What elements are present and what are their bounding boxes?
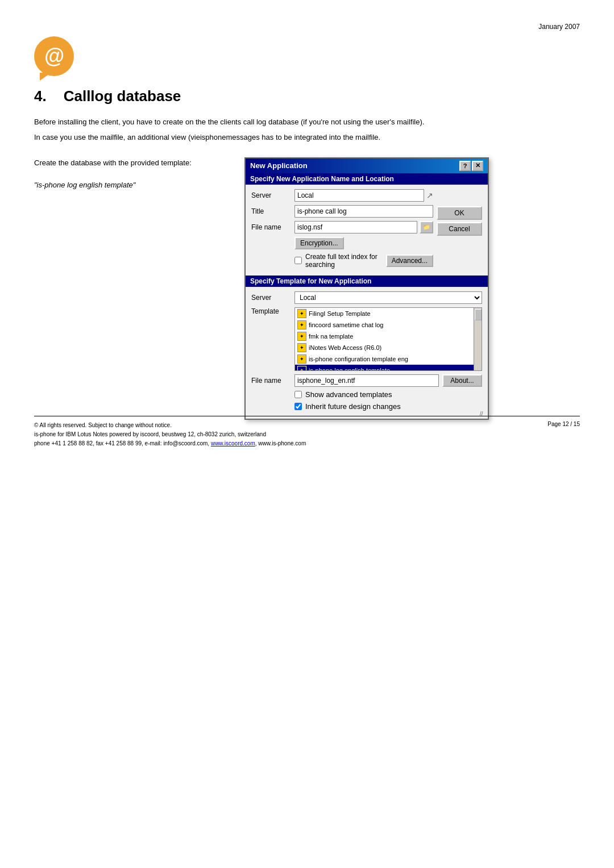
show-advanced-row: Show advanced templates [251,390,482,399]
footer-line2: is-phone for IBM Lotus Notes powered by … [34,430,306,439]
filename2-row: File name About... [251,374,482,387]
server2-label: Server [251,294,291,302]
footer-link[interactable]: www.iscoord.com [211,440,255,446]
fulltext-checkbox[interactable] [294,257,302,264]
logo-at-symbol: @ [44,44,64,68]
inherit-checkbox[interactable] [294,403,302,410]
title-input[interactable] [294,205,433,218]
footer-page: Page 12 / 15 [547,421,580,427]
dialog-title: New Application [250,161,308,170]
item-icon: ✦ [297,320,306,329]
encryption-row: Encryption... [251,237,433,249]
advanced-button[interactable]: Advanced... [386,254,433,267]
show-advanced-label: Show advanced templates [305,390,392,399]
list-item[interactable]: ✦ fincoord sametime chat log [295,319,474,331]
page-title: Calllog database [64,87,181,105]
inherit-row: Inherit future design changes [251,402,482,411]
server2-select[interactable]: Local [294,291,482,304]
show-advanced-checkbox[interactable] [294,391,302,398]
section-number: 4. [34,87,47,105]
help-button[interactable]: ? [459,161,471,171]
item-label: iNotes Web Access (R6.0) [309,344,381,351]
list-item-selected[interactable]: ✦ is-phone log english template [295,365,474,370]
browse-button[interactable]: 📁 [420,221,433,233]
section2-header: Specify Template for New Application [246,276,488,287]
intro-text-2: In case you use the mailfile, an additio… [34,132,580,144]
title-row: Title [251,205,433,218]
about-button[interactable]: About... [442,374,482,387]
inherit-label: Inherit future design changes [305,402,401,411]
server-input[interactable]: Local [294,189,424,202]
title-label: Title [251,207,291,215]
list-item[interactable]: ✦ iNotes Web Access (R6.0) [295,342,474,353]
list-item[interactable]: ✦ FilingI Setup Template [295,308,474,319]
titlebar-buttons: ? ✕ [459,161,483,171]
encryption-button[interactable]: Encryption... [294,237,344,249]
server-cursor-icon: ↗ [426,191,433,200]
logo-area: @ [34,36,580,76]
item-label: is-phone configuration template eng [309,356,408,362]
list-item[interactable]: ✦ fmk na template [295,331,474,342]
template-name: "is-phone log english template" [34,181,227,189]
ok-button[interactable]: OK [437,206,482,220]
server-input-group: Local ↗ [294,189,433,202]
fulltext-row: Create full text index for searching Adv… [251,253,433,269]
dialog-titlebar: New Application ? ✕ [246,158,488,173]
filename-input[interactable] [294,221,417,233]
server2-row: Server Local [251,291,482,304]
filename-row: File name 📁 [251,221,433,233]
item-label: fmk na template [309,333,353,340]
scrollbar[interactable] [474,308,482,370]
section1-header: Specify New Application Name and Locatio… [246,173,488,185]
item-icon: ✦ [297,343,306,352]
item-label: fincoord sametime chat log [309,322,383,328]
section2-form: Server Local Template ✦ FilingI S [246,287,488,419]
item-icon: ✦ [297,332,306,341]
template-row: Template ✦ FilingI Setup Template ✦ finc… [251,307,482,371]
filename2-label: File name [251,377,291,385]
create-label: Create the database with the provided te… [34,157,227,169]
item-icon: ✦ [297,309,306,318]
server-row: Server Local ↗ [251,189,433,202]
item-label: is-phone log english template [309,367,390,370]
footer: © All rights reserved. Subject to change… [34,416,580,448]
intro-text-1: Before installing the client, you have t… [34,116,580,128]
scrollbar-thumb[interactable] [475,309,482,320]
ok-cancel-area: OK Cancel [437,189,482,271]
logo-icon: @ [34,36,74,76]
section1-form: Server Local ↗ Title [246,185,488,276]
header-date: January 2007 [34,23,580,31]
fulltext-label: Create full text index for searching [305,253,386,269]
filename2-input[interactable] [294,374,439,387]
filename-label: File name [251,223,291,231]
item-icon: ✦ [297,366,306,370]
footer-line3: phone +41 1 258 88 82, fax +41 258 88 99… [34,439,306,448]
item-icon: ✦ [297,354,306,364]
template-label: Template [251,307,291,315]
filename-input-group: 📁 [294,221,433,233]
server-label: Server [251,191,291,199]
new-application-dialog: New Application ? ✕ Specify New Applicat… [244,157,489,420]
cancel-button[interactable]: Cancel [437,222,482,236]
footer-copyright: © All rights reserved. Subject to change… [34,421,306,430]
item-label: FilingI Setup Template [309,310,371,317]
close-button[interactable]: ✕ [472,161,483,171]
list-item[interactable]: ✦ is-phone configuration template eng [295,353,474,365]
